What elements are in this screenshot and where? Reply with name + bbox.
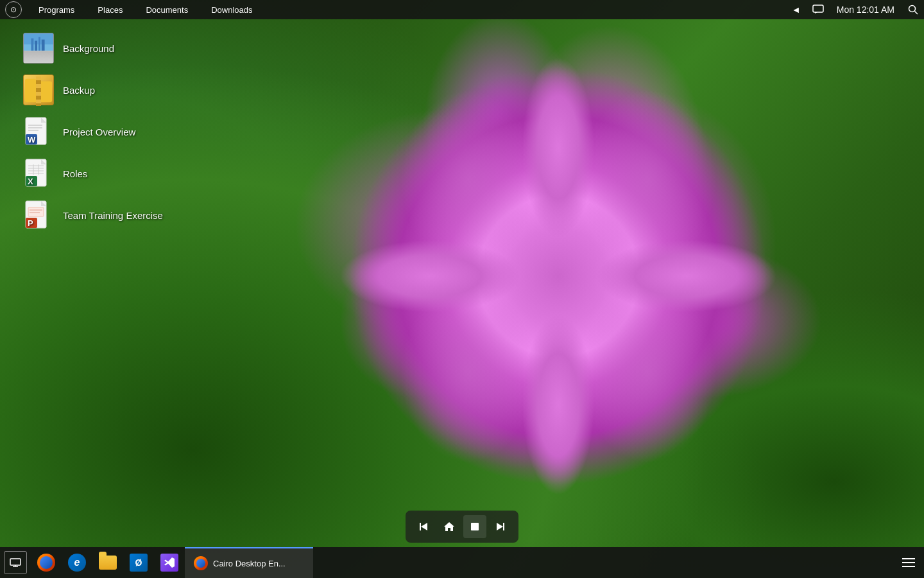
media-next-button[interactable] bbox=[489, 515, 512, 538]
svg-rect-18 bbox=[37, 90, 40, 92]
file-manager-icon bbox=[99, 556, 117, 570]
desktop-icons: Background Backup bbox=[18, 29, 168, 234]
svg-text:X: X bbox=[28, 177, 33, 186]
hamburger-icon bbox=[902, 558, 915, 567]
svg-rect-44 bbox=[471, 523, 479, 530]
svg-rect-15 bbox=[36, 79, 41, 102]
svg-rect-43 bbox=[420, 523, 421, 530]
svg-text:W: W bbox=[28, 135, 36, 144]
media-home-button[interactable] bbox=[438, 515, 461, 538]
svg-rect-39 bbox=[28, 207, 44, 216]
desktop-icon-team-training[interactable]: P Team Training Exercise bbox=[18, 196, 168, 234]
datetime-display: Mon 12:01 AM bbox=[834, 4, 897, 15]
chat-icon[interactable] bbox=[812, 4, 824, 15]
team-training-icon-image: P bbox=[23, 200, 54, 231]
svg-rect-9 bbox=[24, 51, 53, 63]
desktop-icon-background[interactable]: Background bbox=[18, 29, 168, 67]
svg-rect-10 bbox=[24, 52, 53, 63]
menu-logo[interactable]: ⊙ bbox=[5, 1, 22, 18]
show-desktop-icon bbox=[4, 551, 27, 574]
taskbar-vscode-icon[interactable] bbox=[154, 547, 185, 578]
menu-item-downloads[interactable]: Downloads bbox=[200, 0, 264, 19]
menu-item-programs[interactable]: Programs bbox=[27, 0, 86, 19]
svg-rect-5 bbox=[31, 39, 34, 52]
taskbar-show-desktop-button[interactable] bbox=[0, 547, 31, 578]
roles-icon-label: Roles bbox=[63, 168, 87, 179]
backup-icon-label: Backup bbox=[63, 85, 95, 96]
menu-item-documents[interactable]: Documents bbox=[134, 0, 200, 19]
taskbar-folder-icon[interactable] bbox=[92, 547, 123, 578]
svg-text:P: P bbox=[28, 218, 33, 228]
vscode-app-icon bbox=[160, 554, 178, 572]
taskbar-edge-icon[interactable]: e bbox=[62, 547, 92, 578]
project-overview-icon-label: Project Overview bbox=[63, 127, 135, 137]
media-stop-button[interactable] bbox=[463, 515, 486, 538]
firefox-browser-icon bbox=[37, 554, 55, 572]
taskbar-right bbox=[893, 547, 924, 578]
svg-rect-7 bbox=[38, 37, 40, 52]
svg-rect-46 bbox=[503, 523, 504, 530]
active-window-icon bbox=[194, 556, 208, 570]
taskbar-left: e Ø bbox=[0, 547, 185, 578]
outlook-app-icon: Ø bbox=[130, 554, 148, 572]
svg-rect-13 bbox=[25, 82, 52, 103]
taskbar-menu-button[interactable] bbox=[893, 547, 924, 578]
menubar: ⊙ Programs Places Documents Downloads ◄ … bbox=[0, 0, 924, 19]
svg-rect-19 bbox=[37, 95, 40, 98]
menu-items: Programs Places Documents Downloads bbox=[27, 0, 791, 19]
roles-icon-image: X bbox=[23, 158, 54, 189]
svg-point-1 bbox=[909, 6, 916, 12]
logo-icon: ⊙ bbox=[10, 5, 17, 14]
svg-rect-20 bbox=[37, 87, 40, 92]
project-overview-icon-image: W bbox=[23, 116, 54, 147]
taskbar: e Ø Cairo Desktop En... bbox=[0, 547, 924, 578]
desktop-icon-backup[interactable]: Backup bbox=[18, 71, 168, 109]
backup-icon-image bbox=[23, 74, 54, 105]
background-icon-label: Background bbox=[63, 43, 114, 54]
desktop-icon-roles[interactable]: X Roles bbox=[18, 154, 168, 193]
active-window-label: Cairo Desktop En... bbox=[213, 559, 286, 568]
taskbar-outlook-icon[interactable]: Ø bbox=[123, 547, 154, 578]
svg-rect-6 bbox=[35, 41, 37, 52]
taskbar-firefox-icon[interactable] bbox=[31, 547, 62, 578]
team-training-icon-label: Team Training Exercise bbox=[63, 210, 163, 221]
taskbar-active-window[interactable]: Cairo Desktop En... bbox=[185, 547, 313, 578]
edge-browser-icon: e bbox=[68, 554, 86, 572]
background-icon-image bbox=[23, 33, 54, 64]
svg-rect-17 bbox=[37, 85, 40, 87]
search-icon[interactable] bbox=[907, 4, 919, 15]
svg-rect-0 bbox=[813, 5, 823, 12]
desktop-icon-project-overview[interactable]: W Project Overview bbox=[18, 112, 168, 151]
media-prev-button[interactable] bbox=[412, 515, 435, 538]
svg-rect-14 bbox=[25, 79, 36, 84]
svg-rect-16 bbox=[37, 80, 40, 83]
svg-line-2 bbox=[915, 12, 918, 15]
menu-right: ◄ Mon 12:01 AM bbox=[791, 4, 919, 15]
svg-marker-42 bbox=[421, 523, 427, 530]
menu-item-places[interactable]: Places bbox=[86, 0, 134, 19]
svg-rect-47 bbox=[10, 559, 21, 565]
media-controls bbox=[406, 511, 518, 543]
svg-rect-8 bbox=[42, 40, 45, 52]
back-arrow-icon[interactable]: ◄ bbox=[791, 4, 802, 15]
svg-marker-45 bbox=[497, 523, 503, 530]
